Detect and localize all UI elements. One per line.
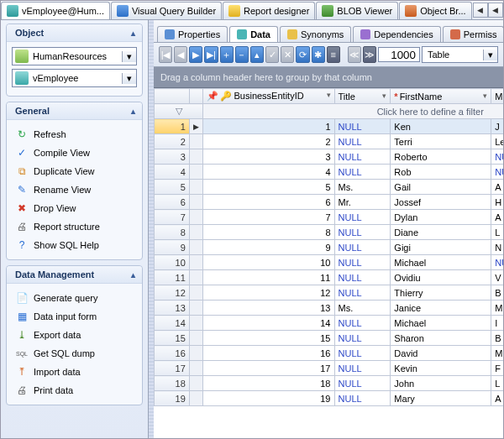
cell[interactable]: L: [491, 376, 503, 391]
table-row[interactable]: 55Ms.GailAErick: [155, 180, 504, 195]
table-row[interactable]: 99NULLGigiNMatt: [155, 240, 504, 255]
inner-tab[interactable]: Synonyms: [280, 26, 351, 42]
nav-last[interactable]: ▶|: [204, 46, 218, 63]
menu-item[interactable]: ↻Refresh: [12, 125, 137, 144]
cell[interactable]: 1: [203, 119, 334, 134]
inner-tab[interactable]: Properties: [157, 26, 228, 42]
cell[interactable]: Ms.: [334, 301, 391, 316]
cell[interactable]: NULL: [334, 285, 391, 301]
edit-row[interactable]: ▴: [250, 46, 264, 63]
table-row[interactable]: 66Mr.JossefHGold: [155, 195, 504, 210]
panel-header-object[interactable]: Object ▴: [7, 24, 142, 42]
table-row[interactable]: 1313Ms.JaniceMGalv: [155, 301, 504, 316]
cell[interactable]: 14: [203, 316, 334, 331]
data-grid[interactable]: 📌🔑BusinessEntityID▾ Title▾ *FirstName▾ M…: [154, 88, 503, 438]
cell[interactable]: NULL: [491, 255, 503, 270]
cell[interactable]: 6: [203, 195, 334, 210]
cell[interactable]: NULL: [334, 376, 391, 391]
table-row[interactable]: 1010NULLMichaelNULLRahe: [155, 255, 504, 270]
table-row[interactable]: 1212NULLThierryBD'He: [155, 285, 504, 301]
cell[interactable]: F: [491, 361, 503, 376]
cell[interactable]: Janice: [391, 301, 491, 316]
cell[interactable]: Michael: [391, 255, 491, 270]
cell[interactable]: 7: [203, 210, 334, 225]
editor-tab[interactable]: Report designer: [223, 2, 315, 19]
menu-item[interactable]: SQLGet SQL dump: [12, 344, 137, 363]
menu-item[interactable]: 📄Generate query: [12, 289, 137, 307]
cell[interactable]: Ken: [391, 119, 491, 134]
menu-item[interactable]: ✖Drop View: [12, 199, 137, 217]
col-middlename[interactable]: MiddleName▾: [491, 89, 503, 104]
cell[interactable]: NULL: [491, 149, 503, 165]
cell[interactable]: 17: [203, 361, 334, 376]
menu-item[interactable]: ⤓Export data: [12, 326, 137, 344]
table-row[interactable]: 22NULLTerriLeeDuff: [155, 134, 504, 149]
cancel[interactable]: ✕: [281, 46, 294, 63]
cell[interactable]: Sharon: [391, 331, 491, 346]
col-title[interactable]: Title▾: [334, 89, 391, 104]
table-row[interactable]: 11NULLKenJSánc: [155, 119, 504, 134]
filter-row[interactable]: ▽ Click here to define a filter: [155, 104, 504, 119]
table-row[interactable]: 88NULLDianeLMarg: [155, 225, 504, 240]
cell[interactable]: I: [491, 316, 503, 331]
cell[interactable]: Thierry: [391, 285, 491, 301]
cell[interactable]: Michael: [391, 316, 491, 331]
cell[interactable]: 4: [203, 165, 334, 180]
menu-item[interactable]: ⧉Duplicate View: [12, 162, 137, 180]
nav-prev[interactable]: ◀: [174, 46, 187, 63]
cell[interactable]: A: [491, 391, 503, 406]
delete-row[interactable]: －: [235, 46, 249, 63]
cell[interactable]: Roberto: [391, 149, 491, 165]
inner-tab[interactable]: Dependencies: [353, 26, 440, 42]
inner-tab[interactable]: Data: [229, 26, 278, 42]
schema-combo[interactable]: HumanResources ▾: [12, 47, 137, 65]
menu-item[interactable]: ✎Rename View: [12, 180, 137, 199]
cell[interactable]: Gigi: [391, 240, 491, 255]
nav-first[interactable]: |◀: [159, 46, 172, 63]
cell[interactable]: 19: [203, 391, 334, 406]
cell[interactable]: N: [491, 240, 503, 255]
cell[interactable]: NULL: [334, 210, 391, 225]
cell[interactable]: 5: [203, 180, 334, 195]
menu-item[interactable]: ✓Compile View: [12, 144, 137, 162]
post[interactable]: ✓: [265, 46, 279, 63]
cell[interactable]: Mr.: [334, 195, 391, 210]
cell[interactable]: Jossef: [391, 195, 491, 210]
editor-tab[interactable]: Visual Query Builder: [111, 2, 222, 19]
table-row[interactable]: 1515NULLSharonBSala: [155, 331, 504, 346]
tab-scroll-left[interactable]: ◀: [473, 3, 488, 18]
refresh[interactable]: ⟳: [296, 46, 309, 63]
filter[interactable]: ≡: [327, 46, 340, 63]
table-row[interactable]: 1616NULLDavidMBrad: [155, 346, 504, 361]
col-businessentityid[interactable]: 📌🔑BusinessEntityID▾: [203, 89, 334, 104]
cell[interactable]: NULL: [334, 270, 391, 285]
bookmark[interactable]: ✱: [312, 46, 325, 63]
insert-row[interactable]: ＋: [220, 46, 234, 63]
menu-item[interactable]: ?Show SQL Help: [12, 236, 137, 254]
cell[interactable]: 13: [203, 301, 334, 316]
table-row[interactable]: 1717NULLKevinFBrow: [155, 361, 504, 376]
cell[interactable]: Dylan: [391, 210, 491, 225]
cell[interactable]: Rob: [391, 165, 491, 180]
cell[interactable]: Gail: [391, 180, 491, 195]
cell[interactable]: Diane: [391, 225, 491, 240]
cell[interactable]: B: [491, 331, 503, 346]
table-row[interactable]: 1818NULLJohnLWoo: [155, 376, 504, 391]
editor-tab[interactable]: vEmployee@Hum...: [1, 2, 110, 19]
cell[interactable]: NULL: [334, 361, 391, 376]
cell[interactable]: NULL: [334, 331, 391, 346]
cell[interactable]: Ovidiu: [391, 270, 491, 285]
table-row[interactable]: 1919NULLMaryADem: [155, 391, 504, 406]
cell[interactable]: Ms.: [334, 180, 391, 195]
table-row[interactable]: 1414NULLMichaelISulli: [155, 316, 504, 331]
table-row[interactable]: 44NULLRobNULLWalt: [155, 165, 504, 180]
cell[interactable]: NULL: [334, 391, 391, 406]
inner-tab[interactable]: Permiss: [443, 26, 503, 42]
cell[interactable]: NULL: [334, 240, 391, 255]
cell[interactable]: NULL: [334, 119, 391, 134]
menu-item[interactable]: 🖨Print data: [12, 381, 137, 400]
editor-tab[interactable]: BLOB Viewer: [316, 2, 398, 19]
cell[interactable]: Kevin: [391, 361, 491, 376]
group-by-bar[interactable]: Drag a column header here to group by th…: [154, 67, 503, 88]
cell[interactable]: 11: [203, 270, 334, 285]
